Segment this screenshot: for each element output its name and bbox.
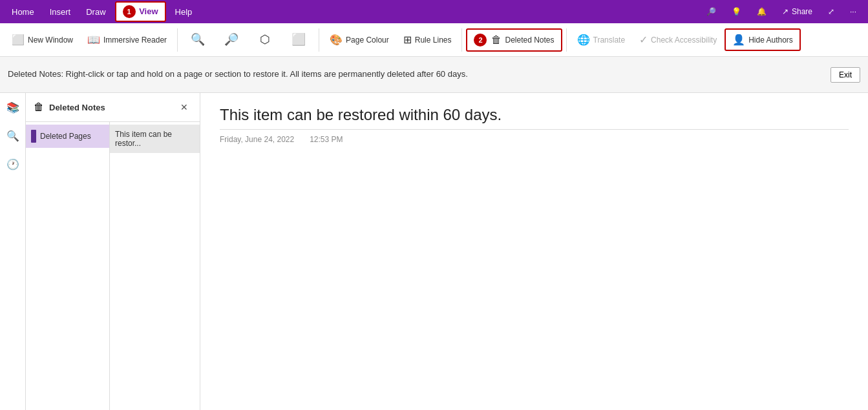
more-button[interactable]: ··· (843, 3, 863, 20)
separator2 (319, 28, 319, 52)
search-zoom-button[interactable]: 🔍 (182, 30, 214, 50)
main-area: 📚 🔍 🕐 🗑 Deleted Notes ✕ Deleted Pages (0, 93, 868, 410)
step1-badge: 1 (123, 5, 136, 18)
deleted-panel-header: 🗑 Deleted Notes ✕ (26, 93, 200, 122)
notebook-icon: 💡 (732, 7, 741, 16)
translate-icon: 🌐 (577, 34, 590, 46)
hide-authors-button[interactable]: 👤 Hide Authors (725, 28, 801, 51)
deleted-notes-panel: 🗑 Deleted Notes ✕ Deleted Pages This ite… (26, 93, 200, 410)
share-button[interactable]: ↗ ↗ Share (776, 3, 819, 20)
check-accessibility-button[interactable]: ✓ Check Accessibility (633, 30, 723, 50)
fit-page-icon: ⬡ (260, 32, 270, 46)
sidebar-icons: 📚 🔍 🕐 (0, 93, 26, 410)
deleted-notes-button[interactable]: 2 🗑 Deleted Notes (466, 28, 562, 52)
menu-bar: Home Insert Draw 1 View Help 🔎 💡 🔔 ↗ ↗ S… (0, 0, 868, 23)
search-icon: 🔍 (6, 130, 19, 142)
menu-view[interactable]: 1 View (115, 1, 166, 22)
hide-authors-icon: 👤 (732, 34, 745, 46)
trash-icon: 🗑 (34, 101, 44, 113)
title-bar-icon1[interactable]: 🔎 (700, 3, 723, 20)
section-list: Deleted Pages (26, 122, 110, 410)
menu-draw[interactable]: Draw (79, 5, 112, 19)
notebook-icon: 📚 (6, 101, 19, 114)
title-bar-bell[interactable]: 🔔 (750, 3, 773, 20)
page-colour-button[interactable]: 🎨 Page Colour (323, 30, 396, 50)
page-item-0[interactable]: This item can be restor... (110, 125, 200, 153)
translate-button[interactable]: 🌐 Translate (571, 30, 632, 50)
expand-button[interactable]: ⤢ (821, 3, 841, 20)
note-date: Friday, June 24, 2022 (220, 135, 294, 144)
view-switch-button[interactable]: ⬜ (282, 30, 315, 50)
bell-icon: 🔔 (757, 7, 767, 16)
title-bar-actions: 🔎 💡 🔔 ↗ ↗ Share ⤢ ··· (700, 3, 863, 20)
note-title: This item can be restored within 60 days… (220, 106, 849, 130)
sidebar-history-icon[interactable]: 🕐 (4, 155, 22, 173)
menu-insert[interactable]: Insert (43, 5, 78, 19)
note-meta: Friday, June 24, 2022 12:53 PM (220, 135, 849, 144)
title-bar-icon2[interactable]: 💡 (725, 3, 748, 20)
search-icon: 🔎 (706, 7, 716, 16)
content-area: This item can be restored within 60 days… (200, 93, 868, 410)
fit-page-button[interactable]: ⬡ (249, 30, 281, 50)
immersive-reader-button[interactable]: 📖 Immersive Reader (81, 30, 173, 50)
zoom-in-icon: 🔎 (224, 32, 238, 46)
close-panel-button[interactable]: ✕ (176, 99, 192, 115)
sidebar-search-icon[interactable]: 🔍 (4, 127, 22, 145)
deleted-notes-icon: 🗑 (491, 34, 502, 46)
zoom-in-button[interactable]: 🔎 (215, 30, 248, 50)
immersive-reader-icon: 📖 (87, 34, 100, 46)
new-window-icon: ⬜ (12, 34, 25, 46)
rule-lines-button[interactable]: ⊞ Rule Lines (397, 30, 458, 50)
ribbon-toolbar: ⬜ New Window 📖 Immersive Reader 🔍 🔎 ⬡ ⬜ … (0, 23, 868, 57)
new-window-button[interactable]: ⬜ New Window (5, 30, 79, 50)
note-time: 12:53 PM (310, 135, 343, 144)
search-icon: 🔍 (191, 32, 205, 46)
sidebar-notebook-icon[interactable]: 📚 (4, 98, 22, 116)
expand-icon: ⤢ (828, 7, 834, 16)
check-accessibility-icon: ✓ (639, 34, 648, 46)
deleted-panel-title: Deleted Notes (49, 103, 171, 112)
menu-help[interactable]: Help (169, 5, 199, 19)
exit-button[interactable]: Exit (831, 67, 860, 83)
section-item-deleted-pages[interactable]: Deleted Pages (26, 125, 109, 148)
share-icon: ↗ (782, 7, 789, 16)
separator1 (177, 28, 178, 52)
info-bar-text: Deleted Notes: Right-click or tap and ho… (8, 68, 825, 80)
section-color-bar (31, 130, 36, 143)
page-colour-icon: 🎨 (330, 34, 343, 46)
view-switch-icon: ⬜ (291, 32, 306, 46)
menu-home[interactable]: Home (5, 5, 41, 19)
rule-lines-icon: ⊞ (403, 34, 412, 46)
page-list: This item can be restor... (110, 122, 200, 410)
panel-content: Deleted Pages This item can be restor... (26, 122, 200, 410)
step2-badge: 2 (474, 34, 487, 46)
separator4 (566, 28, 567, 52)
history-icon: 🕐 (6, 158, 19, 170)
more-icon: ··· (850, 7, 856, 16)
info-bar: Deleted Notes: Right-click or tap and ho… (0, 57, 868, 93)
separator3 (461, 28, 462, 52)
